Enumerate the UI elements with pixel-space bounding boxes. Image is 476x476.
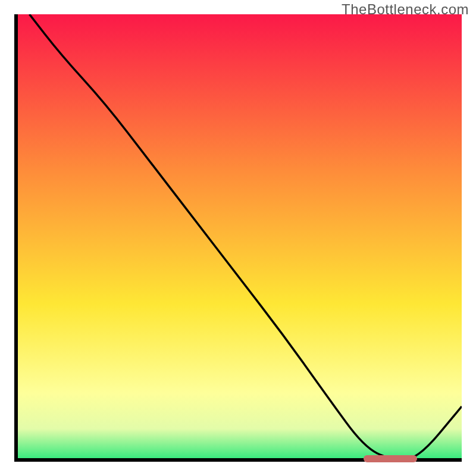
optimal-range-marker [364,455,417,462]
watermark-text: TheBottleneck.com [342,1,469,18]
plot-area [14,14,462,462]
gradient-background [16,14,462,460]
chart-svg [14,14,462,462]
chart-container: TheBottleneck.com [0,0,476,476]
